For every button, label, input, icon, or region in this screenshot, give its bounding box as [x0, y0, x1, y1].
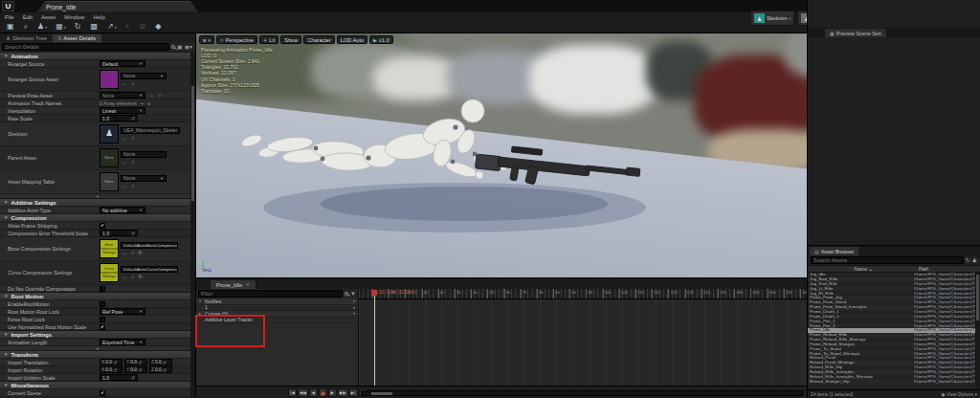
- curve-compression-dropdown[interactable]: DefaultAnimCurveCompressionSettings▼: [121, 266, 178, 273]
- toolbar-button[interactable]: ♟▾ Preview Mesh: [33, 20, 51, 33]
- menu-item[interactable]: Window: [64, 14, 84, 20]
- reset-icon[interactable]: ↻: [139, 250, 144, 256]
- viewport-options-button[interactable]: ≡▾: [199, 35, 214, 44]
- timeline-asset-tab[interactable]: Prone_Idle✕: [210, 279, 256, 289]
- transport-button[interactable]: ●: [319, 388, 327, 397]
- toolbar-button[interactable]: ↗▾ Export Asset: [103, 20, 121, 33]
- enable-root-motion-checkbox[interactable]: [100, 301, 105, 307]
- tab-asset-details[interactable]: ≡Asset Details: [53, 34, 101, 42]
- track-filter-input[interactable]: [198, 290, 343, 298]
- reset-icon[interactable]: ↺: [138, 367, 142, 373]
- person-filter-icon[interactable]: ♟: [972, 257, 977, 263]
- translation-z-input[interactable]: Z0.0↺: [149, 359, 172, 365]
- section-compression[interactable]: ▼Compression: [0, 213, 195, 221]
- transport-button[interactable]: ▶|: [349, 388, 358, 397]
- translation-x-input[interactable]: X0.0↺: [100, 359, 122, 365]
- rotation-z-input[interactable]: Z0.0↺: [149, 366, 172, 373]
- use-selected-icon[interactable]: ←: [122, 80, 128, 87]
- force-root-lock-checkbox[interactable]: [100, 317, 105, 322]
- refresh-icon[interactable]: ↻: [966, 257, 970, 263]
- use-selected-icon[interactable]: ←: [122, 250, 128, 256]
- toolbar-button[interactable]: ⊘ Apply: [135, 20, 150, 33]
- column-path[interactable]: Path: [919, 266, 980, 272]
- reset-icon[interactable]: ↺: [163, 367, 167, 373]
- retarget-source-asset-thumbnail[interactable]: [100, 70, 119, 89]
- playback-speed-button[interactable]: ▶x1.0: [369, 35, 392, 44]
- preview-viewport[interactable]: ≡▾ ◇Perspective ☀Lit Show Character LOD …: [196, 33, 807, 277]
- document-tab[interactable]: Prone_Idle: [37, 1, 198, 12]
- track-menu-icon[interactable]: ▾: [353, 298, 355, 303]
- curve-compression-thumbnail[interactable]: Curve Compression Settings: [100, 263, 119, 282]
- reset-icon[interactable]: ↻: [139, 274, 144, 280]
- lod-auto-button[interactable]: LOD Auto: [337, 35, 368, 44]
- tab-preview-scene-settings[interactable]: ▣Preview Scene Sett: [825, 29, 886, 37]
- import-uniform-scale-input[interactable]: 1.0↺: [100, 374, 138, 381]
- browse-to-icon[interactable]: ⌕: [159, 92, 162, 99]
- transport-button[interactable]: |◀: [288, 388, 297, 397]
- reset-icon[interactable]: ↺: [131, 116, 135, 122]
- asset-mapping-table-dropdown[interactable]: None▼: [121, 175, 167, 182]
- convert-scene-checkbox[interactable]: [100, 390, 105, 396]
- transport-button[interactable]: ▶▶: [338, 388, 348, 397]
- track-menu-icon[interactable]: ▾: [353, 305, 355, 310]
- lit-mode-button[interactable]: ☀Lit: [259, 35, 278, 44]
- column-name[interactable]: Name▲: [808, 266, 919, 272]
- section-root-motion[interactable]: ▼Root Motion: [0, 292, 195, 299]
- use-selected-icon[interactable]: ←: [122, 183, 128, 189]
- mode-button[interactable]: ♟ Skeleton ▾: [750, 11, 794, 26]
- compression-error-threshold-input[interactable]: 1.0↺: [100, 230, 138, 236]
- asset-list-scrollbar[interactable]: [975, 273, 980, 389]
- close-icon[interactable]: ✕: [246, 282, 250, 287]
- rotation-x-input[interactable]: X0.0↺: [100, 366, 122, 373]
- rate-scale-input[interactable]: 1.0↺: [100, 115, 138, 122]
- section-transform[interactable]: ▼Transform: [0, 350, 195, 358]
- menu-item[interactable]: File: [5, 14, 14, 20]
- toolbar-button[interactable]: ▦▾ Create Asset: [52, 20, 70, 33]
- toolbar-button[interactable]: ▣ Save: [3, 20, 19, 33]
- timeline-scrollbar-handle[interactable]: [371, 392, 392, 395]
- allow-frame-stripping-checkbox[interactable]: [100, 223, 105, 229]
- settings-box-icon[interactable]: ▣: [177, 44, 183, 50]
- use-normalized-root-motion-scale-checkbox[interactable]: [100, 324, 105, 330]
- view-options-button[interactable]: ◉ View Options ▾: [941, 391, 977, 397]
- do-not-override-compression-checkbox[interactable]: [100, 286, 105, 292]
- retarget-source-asset-dropdown[interactable]: None▼: [121, 73, 167, 79]
- search-assets-input[interactable]: [811, 256, 964, 264]
- toolbar-button[interactable]: ▩ Compression: [87, 20, 103, 33]
- menu-item[interactable]: Asset: [41, 14, 56, 20]
- transport-button[interactable]: ▶: [328, 388, 337, 397]
- browse-to-icon[interactable]: ⌕: [132, 135, 135, 142]
- preview-pose-asset-dropdown[interactable]: None▼: [100, 92, 145, 99]
- retarget-source-dropdown[interactable]: Default▼: [100, 60, 145, 67]
- bone-compression-dropdown[interactable]: DefaultAnimBoneCompressionSettings▼: [121, 242, 178, 249]
- translation-y-input[interactable]: Y0.0↺: [124, 359, 147, 365]
- timeline-scrollbar[interactable]: [361, 390, 803, 396]
- tab-asset-browser[interactable]: ▤Asset Browser: [810, 247, 858, 255]
- root-motion-root-lock-dropdown[interactable]: Ref Pose▼: [100, 308, 145, 315]
- browse-to-icon[interactable]: ⌕: [132, 159, 135, 166]
- add-element-icon[interactable]: +: [141, 100, 144, 106]
- reset-icon[interactable]: ↺: [113, 360, 117, 365]
- toolbar-button[interactable]: + Key: [122, 20, 135, 33]
- timeline-ruler[interactable]: 3035404550556065707580859095100105110115…: [359, 289, 807, 299]
- eye-dropdown-icon[interactable]: ◉▾: [185, 44, 192, 50]
- use-selected-icon[interactable]: ←: [122, 159, 128, 166]
- character-menu-button[interactable]: Character: [303, 35, 335, 44]
- reset-icon[interactable]: ↺: [113, 367, 117, 373]
- search-details-input[interactable]: [2, 43, 169, 51]
- section-additive-settings[interactable]: ▼Additive Settings: [0, 198, 195, 206]
- asset-row[interactable]: Reload_Shotgun_Hip /Game/FPS_Game/Charac…: [808, 379, 975, 384]
- additive-anim-type-dropdown[interactable]: No additive▼: [100, 207, 145, 213]
- track-menu-icon[interactable]: ▾: [353, 311, 355, 316]
- filter-icon[interactable]: ▼: [350, 291, 356, 297]
- toolbar-button[interactable]: ⌕ Browse: [20, 20, 33, 33]
- use-selected-icon[interactable]: ←: [122, 274, 128, 280]
- prone-character-mesh[interactable]: [225, 62, 675, 254]
- timeline-track-area[interactable]: [359, 299, 807, 386]
- toolbar-button[interactable]: ↻ Reimport Animation: [71, 20, 86, 33]
- section-import-settings[interactable]: ▼Import Settings: [0, 330, 195, 338]
- menu-item[interactable]: Help: [93, 14, 104, 20]
- browse-to-icon[interactable]: ⌕: [132, 80, 135, 87]
- browse-to-icon[interactable]: ⌕: [132, 274, 135, 280]
- interpolation-dropdown[interactable]: Linear▼: [100, 107, 145, 114]
